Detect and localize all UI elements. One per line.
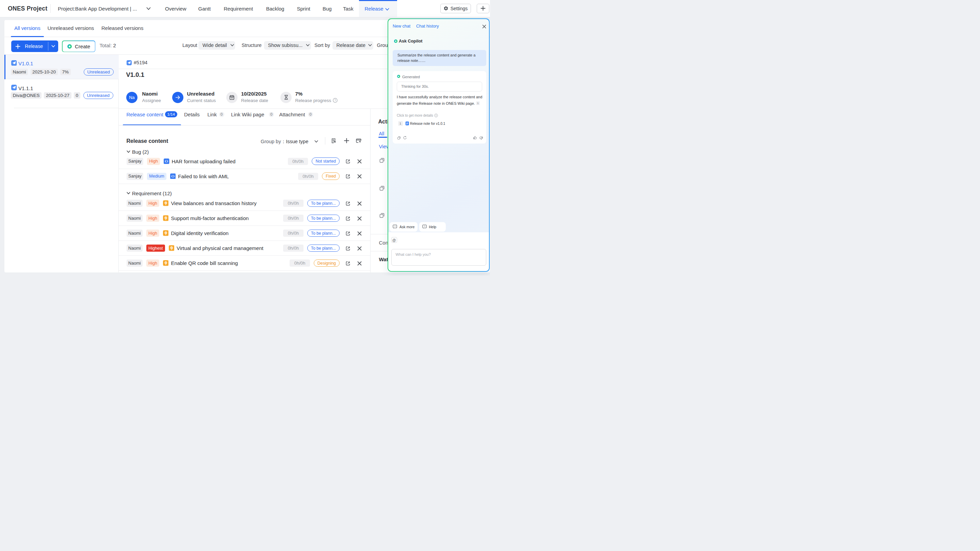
svg-text:?: ? xyxy=(424,225,425,227)
svg-text:?: ? xyxy=(334,98,336,102)
svg-text:?: ? xyxy=(395,225,396,227)
